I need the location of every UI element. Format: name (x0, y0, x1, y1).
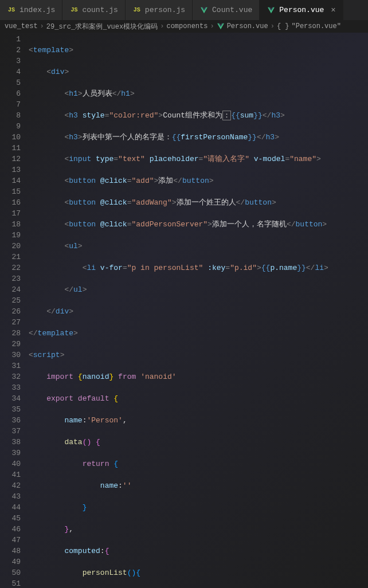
js-icon: JS (132, 6, 142, 15)
tab-bar: JS index.js JS count.js JS person.js Cou… (0, 0, 368, 20)
code-content[interactable]: <template> <div> <h1>人员列表</h1> <h3 style… (29, 33, 368, 588)
code-editor[interactable]: 1234567891011121314151617181920212223242… (0, 33, 368, 588)
breadcrumb-part[interactable]: vue_test (5, 22, 38, 30)
tab-label: Person.vue (279, 6, 324, 14)
chevron-right-icon: › (160, 22, 164, 30)
tab-index-js[interactable]: JS index.js (0, 0, 62, 20)
tab-label: index.js (19, 6, 55, 14)
tab-count-js[interactable]: JS count.js (62, 0, 125, 20)
tab-person-js[interactable]: JS person.js (126, 0, 193, 20)
js-icon: JS (7, 6, 16, 15)
js-icon: JS (69, 6, 79, 15)
tab-label: Count.vue (212, 6, 252, 14)
chevron-right-icon: › (271, 22, 275, 30)
tab-label: person.js (145, 6, 185, 14)
breadcrumb-file[interactable]: Person.vue (227, 22, 268, 30)
tab-label: count.js (82, 6, 118, 14)
chevron-right-icon: › (40, 22, 44, 30)
close-icon[interactable]: × (331, 6, 335, 15)
breadcrumb-part[interactable]: 29_src_求和案例_vuex模块化编码 (46, 22, 158, 32)
vue-icon (217, 22, 225, 30)
breadcrumb-part[interactable]: components (166, 22, 208, 30)
tab-count-vue[interactable]: Count.vue (193, 0, 260, 20)
vue-icon (267, 6, 276, 15)
chevron-right-icon: › (210, 22, 214, 30)
breadcrumb: vue_test › 29_src_求和案例_vuex模块化编码 › compo… (0, 20, 368, 33)
tab-person-vue[interactable]: Person.vue × (260, 0, 343, 20)
breadcrumb-symbol[interactable]: "Person.vue" (291, 22, 340, 30)
vue-icon (199, 6, 209, 15)
braces-icon: { } (277, 22, 289, 30)
line-gutter: 1234567891011121314151617181920212223242… (0, 33, 29, 588)
